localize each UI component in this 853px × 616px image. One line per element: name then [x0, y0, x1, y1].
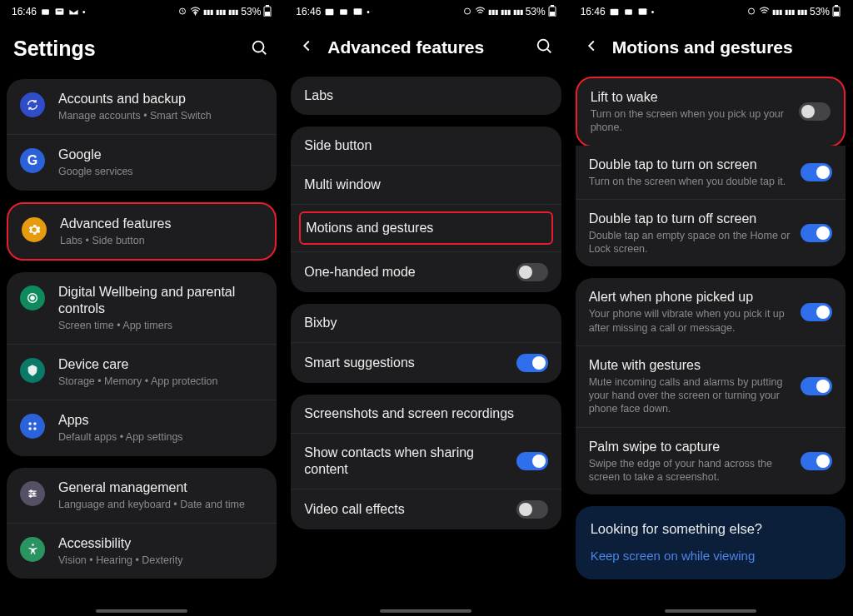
row-show-contacts-sharing[interactable]: Show contacts when sharing content [291, 434, 561, 489]
notif-icon [623, 7, 634, 17]
row-double-tap-on[interactable]: Double tap to turn on screen Turn on the… [576, 146, 846, 200]
row-title: Digital Wellbeing and parental controls [58, 284, 263, 317]
row-sub: Default apps • App settings [58, 430, 263, 444]
info-link-keep-screen-on[interactable]: Keep screen on while viewing [591, 549, 831, 563]
row-accounts-backup[interactable]: Accounts and backup Manage accounts • Sm… [7, 79, 277, 135]
row-title: Accounts and backup [58, 91, 263, 107]
header: Settings [0, 23, 283, 79]
pane-settings: 16:46 • ▮▮▮ ▮▮▮ ▮▮▮ 53% [0, 0, 284, 616]
row-sub: Swipe the edge of your hand across the s… [589, 457, 791, 484]
row-title: Show contacts when sharing content [304, 445, 506, 478]
row-video-call-effects[interactable]: Video call effects [291, 489, 561, 529]
row-general-management[interactable]: General management Language and keyboard… [7, 468, 277, 524]
svg-rect-23 [341, 9, 348, 15]
row-palm-swipe[interactable]: Palm swipe to capture Swipe the edge of … [576, 428, 846, 495]
status-time: 16:46 [296, 6, 321, 17]
row-title: General management [58, 479, 263, 496]
search-icon[interactable] [535, 37, 555, 58]
highlight-lift-to-wake: Lift to wake Turn on the screen when you… [576, 77, 846, 147]
row-labs[interactable]: Labs [291, 77, 561, 115]
battery-icon [263, 5, 272, 18]
status-bar: 16:46 • ▮▮▮ ▮▮▮ ▮▮▮ 53% [284, 0, 567, 23]
switch-lift-to-wake[interactable] [799, 102, 831, 121]
switch-video-call[interactable] [516, 500, 548, 519]
row-smart-suggestions[interactable]: Smart suggestions [291, 343, 561, 383]
sliders-icon [20, 481, 45, 506]
page-title: Settings [13, 37, 240, 61]
signal-icon: ▮▮▮ [772, 8, 782, 16]
row-bixby[interactable]: Bixby [291, 304, 561, 343]
notif-icon [637, 7, 648, 17]
row-advanced-features[interactable]: Advanced features Labs • Side button [8, 204, 275, 259]
row-title: Double tap to turn off screen [589, 211, 791, 227]
row-mute-gestures[interactable]: Mute with gestures Mute incoming calls a… [576, 346, 846, 428]
notif-icon [324, 7, 335, 17]
switch-mute-gestures[interactable] [801, 377, 832, 395]
row-digital-wellbeing[interactable]: Digital Wellbeing and parental controls … [7, 272, 277, 345]
battery-percent: 53% [241, 6, 261, 17]
row-title: Alert when phone picked up [589, 289, 791, 306]
device-care-icon [20, 358, 45, 383]
switch-one-handed[interactable] [516, 263, 548, 281]
switch-palm-swipe[interactable] [801, 452, 832, 470]
row-title: Multi window [304, 176, 547, 193]
row-sub: Mute incoming calls and alarms by puttin… [589, 375, 791, 416]
row-title: Google [58, 147, 263, 163]
search-icon[interactable] [250, 38, 270, 60]
svg-rect-37 [834, 12, 839, 16]
battery-percent: 53% [526, 6, 546, 17]
row-screenshots-recordings[interactable]: Screenshots and screen recordings [291, 395, 561, 434]
switch-double-tap-off[interactable] [801, 224, 832, 242]
back-icon[interactable] [297, 37, 317, 58]
svg-point-34 [748, 8, 754, 14]
row-lift-to-wake[interactable]: Lift to wake Turn on the screen when you… [577, 78, 844, 146]
switch-show-contacts[interactable] [516, 452, 548, 470]
page-title: Motions and gestures [612, 37, 839, 57]
signal-icon: ▮▮▮ [501, 8, 511, 16]
row-title: Side button [304, 137, 547, 154]
svg-rect-6 [265, 12, 270, 16]
wellbeing-icon [20, 286, 45, 310]
row-side-button[interactable]: Side button [291, 127, 561, 166]
signal-icon: ▮▮▮ [216, 8, 226, 16]
row-sub: Language and keyboard • Date and time [58, 498, 263, 511]
nav-handle[interactable] [665, 609, 756, 613]
row-alert-picked-up[interactable]: Alert when phone picked up Your phone wi… [576, 278, 846, 346]
row-sub: Manage accounts • Smart Switch [58, 109, 263, 122]
svg-line-8 [262, 51, 266, 54]
nav-handle[interactable] [96, 609, 187, 613]
pane-advanced-features: 16:46 • ▮▮▮ ▮▮▮ ▮▮▮ 53% Advanced feature… [284, 0, 568, 616]
row-device-care[interactable]: Device care Storage • Memory • App prote… [7, 345, 277, 400]
row-double-tap-off[interactable]: Double tap to turn off screen Double tap… [576, 200, 846, 267]
row-motions-gestures[interactable]: Motions and gestures [299, 211, 552, 245]
switch-alert-picked-up[interactable] [801, 303, 832, 321]
row-multi-window[interactable]: Multi window [291, 166, 561, 205]
svg-rect-0 [42, 9, 49, 15]
svg-rect-28 [550, 12, 555, 16]
signal-icon: ▮▮▮ [785, 8, 795, 16]
svg-rect-36 [835, 5, 838, 7]
svg-rect-33 [638, 8, 646, 15]
switch-smart-suggestions[interactable] [516, 354, 548, 372]
info-question: Looking for something else? [591, 521, 831, 537]
wifi-icon [190, 6, 201, 18]
row-title: Lift to wake [591, 89, 789, 106]
switch-double-tap-on[interactable] [801, 163, 832, 181]
signal-icon: ▮▮▮ [488, 8, 498, 16]
header: Motions and gestures [569, 23, 852, 77]
nav-handle[interactable] [380, 609, 471, 613]
back-icon[interactable] [582, 37, 602, 58]
row-apps[interactable]: Apps Default apps • App settings [7, 400, 277, 455]
row-title: One-handed mode [304, 264, 506, 281]
svg-rect-32 [625, 9, 632, 15]
row-title: Mute with gestures [589, 357, 791, 374]
row-google[interactable]: G Google Google services [7, 135, 277, 190]
row-one-handed-mode[interactable]: One-handed mode [291, 252, 561, 292]
svg-point-25 [464, 8, 470, 14]
more-dot-icon: • [651, 7, 655, 17]
status-time: 16:46 [581, 6, 606, 17]
gear-icon [22, 217, 47, 242]
row-sub: Your phone will vibrate when you pick it… [589, 307, 791, 335]
row-accessibility[interactable]: Accessibility Vision • Hearing • Dexteri… [7, 524, 277, 579]
row-sub: Vision • Hearing • Dexterity [58, 554, 263, 567]
